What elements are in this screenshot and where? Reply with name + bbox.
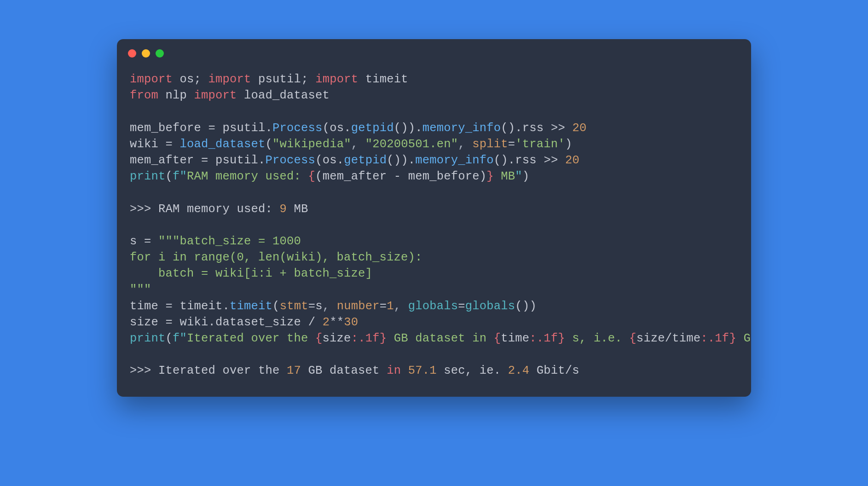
output-line: >>> Iterated over the 17 GB dataset in 5… [130, 364, 579, 377]
code-area: import os; import psutil; import timeit … [117, 58, 751, 397]
minimize-icon[interactable] [142, 49, 150, 58]
code-line: size = wiki.dataset_size / 2**30 [130, 316, 358, 329]
code-line: from nlp import load_dataset [130, 89, 330, 102]
output-line: >>> RAM memory used: 9 MB [130, 202, 308, 216]
terminal-window: import os; import psutil; import timeit … [117, 39, 751, 397]
code-line: time = timeit.timeit(stmt=s, number=1, g… [130, 300, 537, 313]
maximize-icon[interactable] [156, 49, 164, 58]
code-line: s = """batch_size = 1000 for i in range(… [130, 235, 422, 297]
code-line: print(f"Iterated over the {size:.1f} GB … [130, 332, 751, 345]
code-line: print(f"RAM memory used: {(mem_after - m… [130, 170, 529, 183]
code-line: wiki = load_dataset("wikipedia", "202005… [130, 138, 572, 151]
code-line: import os; import psutil; import timeit [130, 73, 408, 86]
close-icon[interactable] [128, 49, 136, 58]
code-line: mem_before = psutil.Process(os.getpid())… [130, 122, 586, 135]
window-titlebar [117, 39, 751, 58]
code-line: mem_after = psutil.Process(os.getpid()).… [130, 154, 579, 167]
